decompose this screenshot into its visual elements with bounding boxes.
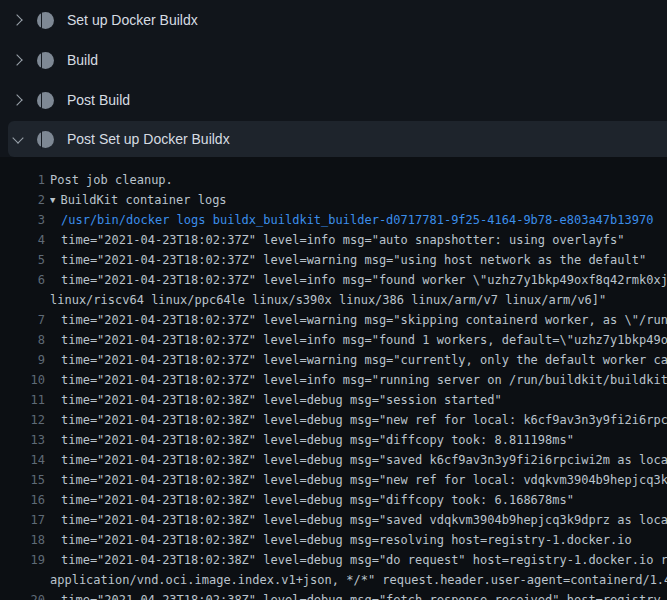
line-number[interactable]: 4: [0, 230, 45, 250]
steps-list: Set up Docker Buildx Build Post Build Po…: [0, 0, 667, 157]
log-line-text: time="2021-04-23T18:02:37Z" level=warnin…: [61, 310, 667, 330]
step-row-post-build[interactable]: Post Build: [0, 80, 667, 120]
check-circle-icon: [37, 12, 54, 29]
step-label: Post Build: [67, 92, 130, 108]
log-row: 8 time="2021-04-23T18:02:37Z" level=info…: [0, 330, 667, 350]
step-label: Post Set up Docker Buildx: [67, 131, 230, 147]
check-mark: [41, 131, 42, 149]
check-mark: [41, 92, 42, 110]
line-number[interactable]: 10: [0, 370, 45, 390]
log-row: 1 Post job cleanup.: [0, 170, 667, 190]
log-row: 6 time="2021-04-23T18:02:37Z" level=info…: [0, 270, 667, 290]
line-number[interactable]: 3: [0, 210, 45, 230]
check-circle-icon: [37, 92, 54, 109]
step-row-build[interactable]: Build: [0, 40, 667, 80]
log-line-text: time="2021-04-23T18:02:38Z" level=debug …: [61, 410, 667, 430]
check-mark: [41, 12, 42, 30]
log-line-text: time="2021-04-23T18:02:38Z" level=debug …: [61, 450, 667, 470]
log-row: linux/riscv64 linux/ppc64le linux/s390x …: [0, 290, 667, 310]
log-line-text: time="2021-04-23T18:02:38Z" level=debug …: [61, 390, 667, 410]
line-number[interactable]: 15: [0, 470, 45, 490]
line-number[interactable]: 2: [0, 190, 45, 210]
log-row: 15 time="2021-04-23T18:02:38Z" level=deb…: [0, 470, 667, 490]
log-line-text: ▼BuildKit container logs: [50, 190, 667, 210]
log-line-text: time="2021-04-23T18:02:37Z" level=info m…: [61, 330, 667, 350]
line-number[interactable]: 1: [0, 170, 45, 190]
step-row-post-set-up-docker-buildx[interactable]: Post Set up Docker Buildx: [8, 121, 667, 157]
log-row: 4 time="2021-04-23T18:02:37Z" level=info…: [0, 230, 667, 250]
log-line-text: time="2021-04-23T18:02:37Z" level=warnin…: [61, 350, 667, 370]
log-line-text: time="2021-04-23T18:02:38Z" level=debug …: [61, 510, 667, 530]
log-line-text: time="2021-04-23T18:02:38Z" level=debug …: [61, 470, 667, 490]
log-line-text: time="2021-04-23T18:02:37Z" level=info m…: [61, 370, 667, 390]
log-line-text: time="2021-04-23T18:02:38Z" level=debug …: [61, 550, 667, 570]
line-number[interactable]: [0, 570, 45, 590]
line-number[interactable]: [0, 290, 45, 310]
line-number[interactable]: 11: [0, 390, 45, 410]
log-line-text: application/vnd.oci.image.index.v1+json,…: [50, 570, 667, 590]
check-mark: [41, 52, 42, 70]
line-number[interactable]: 13: [0, 430, 45, 450]
line-number[interactable]: 19: [0, 550, 45, 570]
line-number[interactable]: 6: [0, 270, 45, 290]
log-line-text: time="2021-04-23T18:02:38Z" level=debug …: [61, 530, 667, 550]
line-number[interactable]: 20: [0, 590, 45, 600]
log-line-text: /usr/bin/docker logs buildx_buildkit_bui…: [61, 210, 667, 230]
log-line-text: time="2021-04-23T18:02:37Z" level=warnin…: [61, 250, 667, 270]
line-number[interactable]: 8: [0, 330, 45, 350]
log-row: 9 time="2021-04-23T18:02:37Z" level=warn…: [0, 350, 667, 370]
log-line-text: time="2021-04-23T18:02:38Z" level=debug …: [61, 490, 667, 510]
log-line-text: linux/riscv64 linux/ppc64le linux/s390x …: [50, 290, 667, 310]
log-row: 10 time="2021-04-23T18:02:37Z" level=inf…: [0, 370, 667, 390]
log-row: 11 time="2021-04-23T18:02:38Z" level=deb…: [0, 390, 667, 410]
log-row: 14 time="2021-04-23T18:02:38Z" level=deb…: [0, 450, 667, 470]
log-row: 13 time="2021-04-23T18:02:38Z" level=deb…: [0, 430, 667, 450]
log-lines: 1 Post job cleanup. 2 ▼BuildKit containe…: [0, 157, 667, 600]
log-row: 2 ▼BuildKit container logs: [0, 190, 667, 210]
log-row: 12 time="2021-04-23T18:02:38Z" level=deb…: [0, 410, 667, 430]
log-row: application/vnd.oci.image.index.v1+json,…: [0, 570, 667, 590]
chevron-right-icon: [11, 54, 22, 65]
chevron-down-icon: [12, 132, 23, 143]
line-number[interactable]: 9: [0, 350, 45, 370]
line-number[interactable]: 5: [0, 250, 45, 270]
step-label: Build: [67, 52, 98, 68]
line-number[interactable]: 18: [0, 530, 45, 550]
line-number[interactable]: 12: [0, 410, 45, 430]
log-line-text: Post job cleanup.: [50, 170, 667, 190]
log-row: 19 time="2021-04-23T18:02:38Z" level=deb…: [0, 550, 667, 570]
step-row-set-up-docker-buildx[interactable]: Set up Docker Buildx: [0, 0, 667, 40]
log-line-text: time="2021-04-23T18:02:37Z" level=info m…: [61, 270, 667, 290]
log-line-text: time="2021-04-23T18:02:38Z" level=debug …: [61, 430, 667, 450]
check-circle-icon: [37, 52, 54, 69]
line-number[interactable]: 14: [0, 450, 45, 470]
log-line-text: time="2021-04-23T18:02:38Z" level=debug …: [61, 590, 667, 600]
step-label: Set up Docker Buildx: [67, 12, 198, 28]
chevron-right-icon: [11, 94, 22, 105]
log-row: 16 time="2021-04-23T18:02:38Z" level=deb…: [0, 490, 667, 510]
log-row: 20 time="2021-04-23T18:02:38Z" level=deb…: [0, 590, 667, 600]
log-row: 5 time="2021-04-23T18:02:37Z" level=warn…: [0, 250, 667, 270]
log-row: 17 time="2021-04-23T18:02:38Z" level=deb…: [0, 510, 667, 530]
log-line-text: time="2021-04-23T18:02:37Z" level=info m…: [61, 230, 667, 250]
group-caret-icon[interactable]: ▼: [50, 195, 55, 205]
line-number[interactable]: 16: [0, 490, 45, 510]
log-row: 3 /usr/bin/docker logs buildx_buildkit_b…: [0, 210, 667, 230]
chevron-right-icon: [11, 14, 22, 25]
line-number[interactable]: 17: [0, 510, 45, 530]
log-row: 7 time="2021-04-23T18:02:37Z" level=warn…: [0, 310, 667, 330]
log-row: 18 time="2021-04-23T18:02:38Z" level=deb…: [0, 530, 667, 550]
line-number[interactable]: 7: [0, 310, 45, 330]
check-circle-icon: [37, 131, 54, 148]
